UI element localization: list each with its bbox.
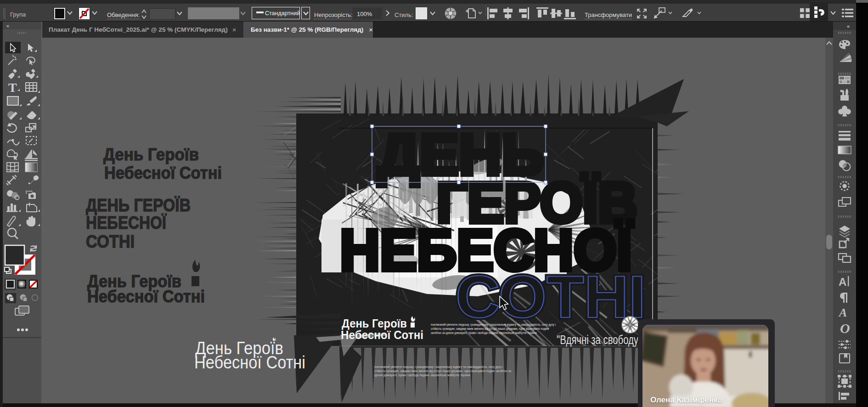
svg-text:покликаний увічнити людську, г: покликаний увічнити людську, громадянськ…	[431, 322, 556, 327]
svg-text:стійкість громадян, завдяки як: стійкість громадян, завдяки яким змінено…	[431, 327, 549, 331]
svg-text:A: A	[839, 276, 846, 288]
svg-text:ДЕНЬ ГЕРОЇВ: ДЕНЬ ГЕРОЇВ	[86, 195, 191, 215]
svg-text:стійкість громадян, завдяки як: стійкість громадян, завдяки яким змінено…	[374, 369, 511, 373]
svg-text:"Вдячні за свободу: "Вдячні за свободу	[557, 333, 638, 347]
svg-text:СОТНІ: СОТНІ	[86, 232, 135, 251]
svg-text:T: T	[8, 80, 17, 95]
svg-text:покликаний увічнити людську, г: покликаний увічнити людську, громадянськ…	[374, 365, 503, 369]
svg-text:День Героїв: День Героїв	[103, 145, 199, 164]
svg-text:«: «	[847, 23, 850, 29]
svg-text:НЕБЕСНОЇ: НЕБЕСНОЇ	[86, 213, 167, 232]
svg-text:Небесної Сотні: Небесної Сотні	[87, 287, 205, 306]
svg-text:СОТНІ: СОТНІ	[456, 263, 646, 330]
svg-text:Небесної Сотні: Небесної Сотні	[341, 328, 423, 342]
svg-text:O: O	[840, 321, 850, 336]
svg-text:ідеали демократії, права і сво: ідеали демократії, права і свободи людин…	[374, 373, 471, 377]
svg-text:Небесної Сотні: Небесної Сотні	[194, 353, 305, 372]
svg-text:A: A	[838, 306, 847, 319]
svg-text:загиблих за ідеали демократії,: загиблих за ідеали демократії, права і с…	[431, 331, 537, 335]
svg-text:Небесної Сотні: Небесної Сотні	[104, 164, 222, 182]
svg-text:«: «	[6, 23, 9, 28]
